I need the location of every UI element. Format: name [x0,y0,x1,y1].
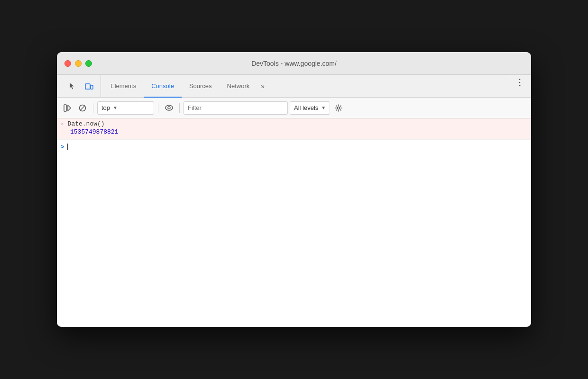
console-content: × Date.now() 1535749878821 > [57,118,531,327]
console-toolbar: top ▼ All levels ▼ [57,98,531,118]
tab-bar: Elements Console Sources Network » [57,75,531,98]
svg-point-4 [519,82,521,83]
log-levels-selector[interactable]: All levels ▼ [290,101,330,115]
window-title: DevTools - www.google.com/ [251,60,337,67]
entry-command-line: × Date.now() [61,120,527,127]
tab-elements[interactable]: Elements [103,75,144,98]
customize-devtools-button[interactable] [512,75,527,90]
close-button[interactable] [64,60,71,67]
maximize-button[interactable] [85,60,92,67]
tab-network[interactable]: Network [220,75,257,98]
svg-rect-0 [85,84,90,89]
title-bar: DevTools - www.google.com/ [57,52,531,75]
entry-command-text: Date.now() [68,120,105,127]
tab-spacer [268,75,508,97]
svg-point-11 [168,107,170,109]
watch-expressions-button[interactable] [162,101,175,115]
tab-console[interactable]: Console [144,75,182,98]
device-mode-button[interactable] [82,79,97,94]
svg-marker-7 [68,105,71,111]
console-entry: × Date.now() 1535749878821 [57,118,531,140]
svg-rect-6 [64,105,66,111]
svg-point-10 [165,105,173,110]
context-selector[interactable]: top ▼ [97,101,154,115]
filter-input[interactable] [188,104,284,111]
block-errors-button[interactable] [76,101,89,115]
minimize-button[interactable] [75,60,82,67]
traffic-lights [64,60,92,67]
svg-rect-1 [91,85,93,89]
tab-bar-icons [61,75,101,97]
svg-point-3 [519,79,521,80]
svg-point-5 [519,85,521,86]
console-input-row[interactable]: > [57,140,531,154]
tab-sources[interactable]: Sources [182,75,220,98]
console-settings-button[interactable] [332,101,345,115]
cursor [67,144,68,150]
devtools-window: DevTools - www.google.com/ Elements [57,52,531,327]
clear-console-button[interactable] [61,101,74,115]
inspect-element-button[interactable] [64,79,80,94]
entry-result-value: 1535749878821 [61,127,527,137]
context-select-arrow: ▼ [113,105,118,110]
toolbar-divider-2 [158,103,158,113]
svg-point-12 [338,107,340,109]
filter-container [184,101,288,115]
prompt-icon: > [61,144,64,151]
toolbar-divider-3 [179,103,180,113]
levels-arrow-icon: ▼ [321,105,326,110]
toolbar-divider-1 [93,103,93,113]
more-tabs-button[interactable]: » [257,75,268,97]
svg-line-9 [80,106,85,110]
toolbar-divider [510,75,510,86]
entry-error-icon: × [61,121,64,127]
